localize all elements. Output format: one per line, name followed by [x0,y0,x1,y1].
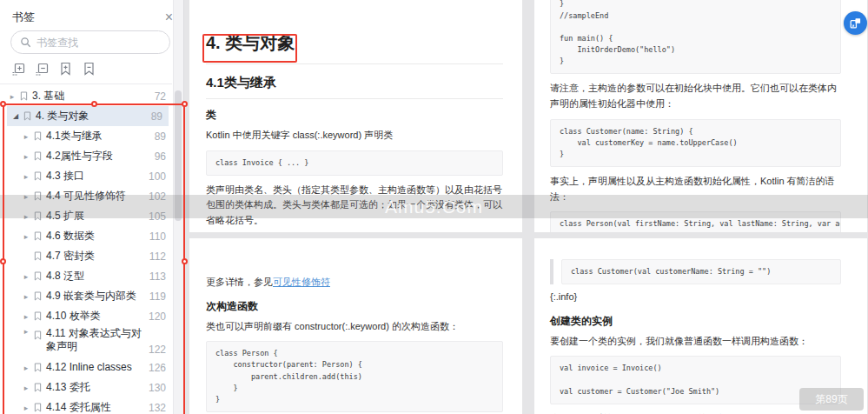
annotation-handle[interactable] [0,258,6,264]
code-block: println("Second initializer block that p… [550,0,841,74]
remove-bookmark-icon[interactable] [81,61,96,77]
page-number-toast: 第89页 [799,388,864,411]
annotation-box-sidebar[interactable] [3,104,185,414]
bookmark-search-input[interactable] [36,37,149,49]
pdf-page-2: 更多详情，参见可见性修饰符 次构造函数 类也可以声明前缀有 constructo… [189,238,522,414]
watermark-text: Amu5.Com [385,197,483,217]
annotation-handle[interactable] [182,101,188,107]
code-block: class Customer(name: String) { val custo… [550,119,841,168]
code-block: val invoice = Invoice() val customer = C… [550,356,841,404]
visibility-modifiers-link[interactable]: 可见性修饰符 [273,277,330,287]
code-block: class Customer(val customerName: String … [561,259,841,284]
paragraph: {:.info} [550,290,841,305]
screenshot-icon [849,17,862,30]
tree-arrow-icon[interactable]: ▸ [7,92,17,101]
subsection-heading: 创建类的实例 [550,314,841,329]
paragraph: 请注意，主构造的参数可以在初始化块中使用。它们也可以在类体内声明的属性初始化器中… [550,81,841,111]
bookmark-page-number: 72 [155,90,172,103]
bookmark-label: 3. 基础 [32,90,143,103]
panel-title: 书签 [12,10,35,25]
bookmark-toolbar [10,61,96,78]
paragraph: 要创建一个类的实例，我们就像普通函数一样调用构造函数： [550,334,841,350]
expand-all-icon[interactable] [10,61,26,77]
bookmark-panel-header: 书签 × [12,9,173,26]
blockquote: class Customer(val customerName: String … [550,259,841,284]
close-icon[interactable]: × [165,10,173,24]
annotation-handle[interactable] [182,258,188,264]
subsection-heading: 次构造函数 [206,299,503,314]
bookmark-icon [20,91,28,101]
subsection-heading: 类 [206,108,503,123]
annotation-handle[interactable] [91,101,97,107]
annotation-box-heading[interactable] [202,34,297,63]
paragraph: Kotlin 中使用关键字 class(:.keyword) 声明类 [206,128,503,144]
paragraph: 类也可以声明前缀有 constructor(:.keyword) 的次构造函数： [206,319,503,335]
bookmark-search-box[interactable] [10,30,170,54]
add-bookmark-icon[interactable] [57,61,73,77]
code-block: class Person { constructor(parent: Perso… [206,341,503,412]
collapse-all-icon[interactable] [34,61,50,77]
code-block: class Invoice { ... } [206,150,503,176]
screenshot-float-button[interactable] [844,11,867,35]
annotation-handle[interactable] [0,101,6,107]
divider [0,83,172,84]
section-heading: 4.1类与继承 [206,75,503,99]
search-icon [20,37,31,48]
paragraph: 更多详情，参见可见性修饰符 [206,275,503,290]
